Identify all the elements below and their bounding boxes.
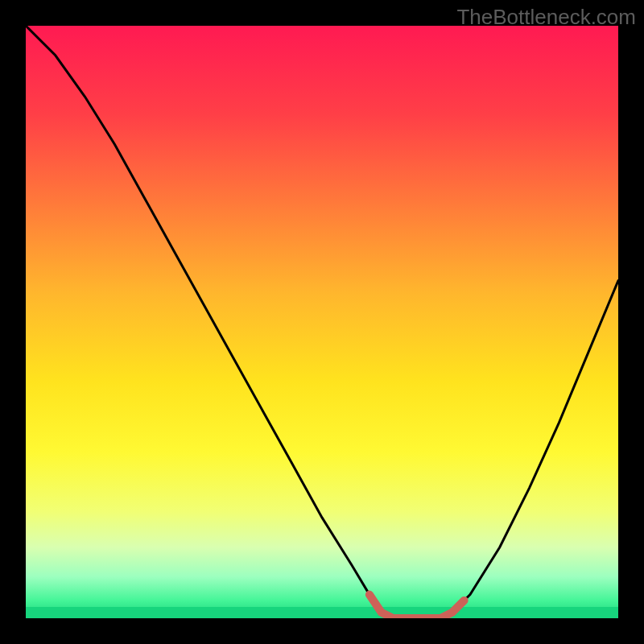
bottleneck-chart (0, 0, 644, 644)
chart-frame: TheBottleneck.com (0, 0, 644, 644)
bottom-green-band (26, 607, 618, 618)
plot-background (26, 26, 618, 618)
watermark-text: TheBottleneck.com (456, 5, 636, 30)
